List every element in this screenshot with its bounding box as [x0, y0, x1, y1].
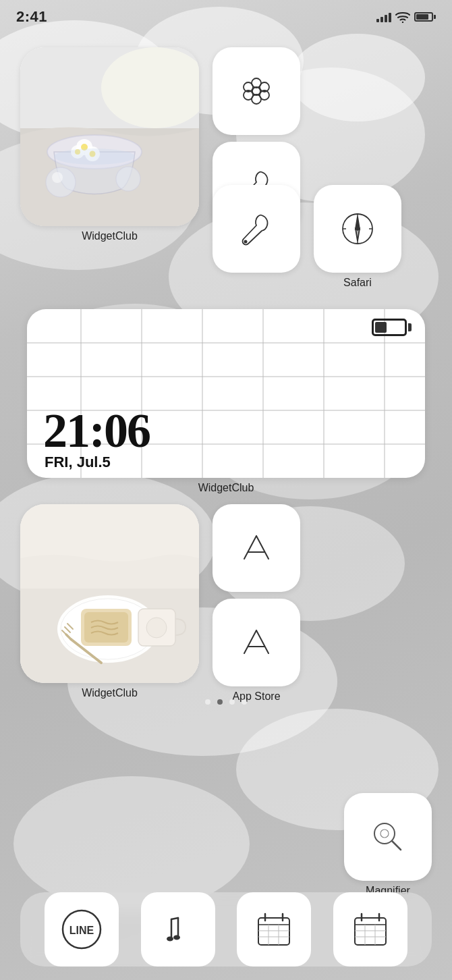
- wifi-icon: [395, 11, 410, 23]
- flower-app-icon[interactable]: [213, 47, 300, 135]
- flowers-photo-svg: [20, 47, 199, 226]
- page-dot-4: [242, 699, 247, 705]
- battery-icon: [414, 12, 436, 22]
- widget-date: FRI, Jul.5: [45, 454, 111, 471]
- svg-point-23: [244, 240, 248, 244]
- widget-time: 21:06: [43, 403, 150, 459]
- widgetclub-widget-wrap[interactable]: 21:06 FRI, Jul.5 WidgetClub: [20, 309, 432, 494]
- svg-marker-27: [356, 229, 360, 241]
- flower-app-wrap[interactable]: [213, 47, 300, 135]
- signal-icon: [376, 11, 391, 22]
- line-icon-svg: LINE: [58, 906, 105, 953]
- svg-point-60: [167, 937, 173, 942]
- widgetclub-widget[interactable]: 21:06 FRI, Jul.5: [27, 309, 425, 478]
- appstore-a-icon: [237, 529, 275, 567]
- svg-point-61: [173, 935, 180, 940]
- widgetclub-photo-1-label: WidgetClub: [82, 230, 138, 242]
- svg-marker-26: [356, 217, 360, 229]
- line-app-icon[interactable]: LINE: [45, 892, 119, 967]
- svg-line-56: [392, 841, 401, 850]
- widgetclub-photo-2-label: WidgetClub: [82, 687, 138, 699]
- tools-app-icon[interactable]: [213, 185, 300, 273]
- appstore-icon-svg: [237, 624, 275, 661]
- widget-battery-icon: [372, 319, 412, 336]
- widgetclub-photo-1-icon[interactable]: [20, 47, 199, 226]
- row-2: Safari: [213, 185, 432, 289]
- music-icon-svg: [154, 906, 202, 953]
- row-3: WidgetClub: [20, 504, 432, 703]
- safari-app-icon[interactable]: [314, 185, 401, 273]
- food-photo-svg: [20, 504, 199, 683]
- safari-compass-icon: [339, 210, 376, 248]
- svg-point-49: [146, 618, 167, 638]
- status-bar: 2:41: [0, 0, 452, 34]
- safari-label: Safari: [343, 277, 372, 289]
- widgetclub-photo-2-wrap[interactable]: WidgetClub: [20, 504, 199, 699]
- svg-point-12: [46, 167, 76, 197]
- magnifier-icon[interactable]: [344, 793, 432, 881]
- calendar2-icon-svg: [347, 906, 394, 953]
- page-dot-3: [229, 699, 235, 705]
- appstore-top-wrap[interactable]: [213, 504, 300, 592]
- tools-app-wrap[interactable]: [213, 185, 300, 289]
- page-dot-2: [217, 699, 223, 705]
- svg-point-57: [380, 829, 389, 838]
- calendar1-icon-svg: [250, 906, 298, 953]
- svg-point-14: [116, 167, 140, 191]
- home-screen: WidgetClub: [0, 34, 452, 899]
- appstore-top-icon[interactable]: [213, 504, 300, 592]
- magnifier-glass-icon: [369, 818, 407, 856]
- appstore-icon[interactable]: [213, 599, 300, 686]
- appstore-wrap[interactable]: App Store: [213, 599, 300, 703]
- right-col-3: App Store: [213, 504, 300, 703]
- dock: LINE: [20, 892, 432, 967]
- status-icons: [376, 11, 436, 23]
- music-app-icon[interactable]: [141, 892, 215, 967]
- svg-rect-62: [258, 918, 289, 945]
- appstore-label: App Store: [232, 690, 280, 703]
- safari-app-wrap[interactable]: Safari: [314, 185, 401, 289]
- widgetclub-widget-label: WidgetClub: [198, 482, 254, 494]
- magnifier-abs-wrap[interactable]: Magnifier: [344, 793, 432, 897]
- flower-icon: [237, 72, 275, 110]
- calendar1-app-icon[interactable]: [237, 892, 311, 967]
- svg-rect-70: [355, 918, 386, 945]
- page-dot-1: [205, 699, 210, 705]
- tools-wrench2-icon: [237, 210, 275, 248]
- svg-point-0: [402, 22, 403, 23]
- widgetclub-photo-1-wrap[interactable]: WidgetClub: [20, 47, 199, 242]
- calendar2-app-icon[interactable]: [333, 892, 407, 967]
- widgetclub-photo-2-icon[interactable]: [20, 504, 199, 683]
- svg-point-13: [52, 172, 63, 183]
- svg-point-11: [54, 148, 135, 165]
- status-time: 2:41: [16, 8, 47, 26]
- svg-text:LINE: LINE: [69, 925, 94, 936]
